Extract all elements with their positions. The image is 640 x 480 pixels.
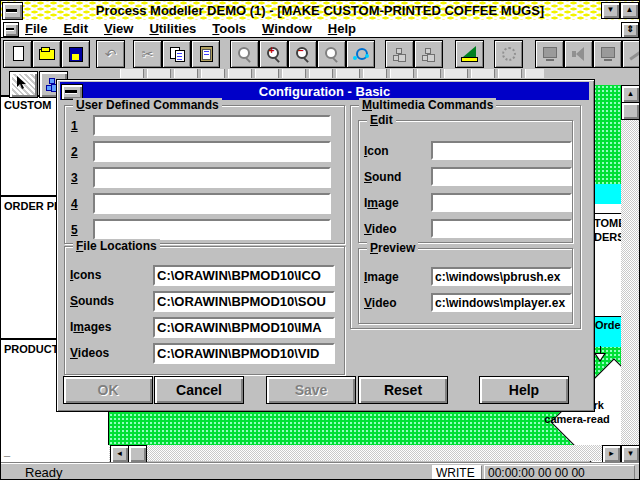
menu-file[interactable]: File xyxy=(25,21,47,36)
pointer-tool-button[interactable] xyxy=(9,71,38,98)
command-5-label: 5 xyxy=(71,223,78,237)
images-path-input[interactable] xyxy=(153,317,335,338)
display-button[interactable] xyxy=(535,40,564,68)
save-dialog-button[interactable]: Save xyxy=(266,376,356,404)
magnifier-icon xyxy=(236,46,254,62)
icons-label: Icons xyxy=(70,268,101,282)
sounds-label: Sounds xyxy=(70,294,114,308)
scroll-right-button[interactable]: ▸ xyxy=(602,445,621,463)
scroll-left-button[interactable]: ◂ xyxy=(110,445,129,463)
child-system-menu-button[interactable] xyxy=(3,22,19,37)
maximize-icon: ▲ xyxy=(626,5,634,14)
scroll-down-button[interactable]: ▾ xyxy=(621,445,640,463)
menu-window[interactable]: Window xyxy=(262,21,312,36)
command-5-input[interactable] xyxy=(93,219,331,240)
command-3-input[interactable] xyxy=(93,167,331,188)
preview-image-input[interactable] xyxy=(431,267,572,286)
lane-label-product: PRODUCT xyxy=(4,343,58,355)
scroll-up-icon: ▴ xyxy=(628,88,633,98)
help-dialog-button[interactable]: Help xyxy=(479,376,569,404)
hierarchy-down-button[interactable] xyxy=(385,40,414,68)
cut-button[interactable]: ✂ xyxy=(133,40,162,68)
order-label: Orde xyxy=(595,319,621,331)
lane-label-order: ORDER PI xyxy=(4,200,57,212)
zoom-out-button[interactable]: − xyxy=(288,40,317,68)
preview-video-input[interactable] xyxy=(431,293,572,312)
videos-path-input[interactable] xyxy=(153,343,335,364)
tools-button[interactable] xyxy=(622,40,640,68)
save-button[interactable] xyxy=(61,40,90,68)
edit-sound-label: Sound xyxy=(364,170,401,184)
restore-icon: ⇕ xyxy=(626,24,634,34)
video-button[interactable] xyxy=(593,40,622,68)
configuration-dialog: Configuration - Basic User Defined Comma… xyxy=(56,79,595,412)
wrench-icon xyxy=(628,46,640,62)
vertical-scrollbar[interactable] xyxy=(621,85,639,462)
reset-button[interactable]: Reset xyxy=(358,376,448,404)
ok-button[interactable]: OK xyxy=(63,376,153,404)
zoom-selection-icon xyxy=(323,46,341,62)
command-2-input[interactable] xyxy=(93,141,331,162)
command-4-label: 4 xyxy=(71,197,78,211)
copy-icon xyxy=(168,46,186,62)
menu-help[interactable]: Help xyxy=(328,21,356,36)
menu-tools[interactable]: Tools xyxy=(212,21,246,36)
cut-scissors-icon: ✂ xyxy=(142,47,154,61)
menu-view[interactable]: View xyxy=(104,21,133,36)
new-button[interactable] xyxy=(3,40,32,68)
edit-image-input[interactable] xyxy=(431,193,572,212)
horizontal-scroll-thumb[interactable] xyxy=(128,445,147,463)
menu-utilities[interactable]: Utilities xyxy=(149,21,196,36)
navigator-button[interactable] xyxy=(346,40,375,68)
open-button[interactable] xyxy=(32,40,61,68)
minimize-button[interactable]: ▼ xyxy=(601,2,620,19)
edit-label: Edit xyxy=(367,113,396,127)
maximize-button[interactable]: ▲ xyxy=(620,2,639,19)
video-monitor-icon xyxy=(599,46,617,62)
command-3-label: 3 xyxy=(71,171,78,185)
user-defined-commands-label: User Defined Commands xyxy=(73,98,222,112)
new-document-icon xyxy=(9,46,27,62)
scroll-up-button[interactable]: ▴ xyxy=(621,85,640,103)
command-2-label: 2 xyxy=(71,145,78,159)
child-system-menu-icon xyxy=(6,28,14,30)
command-1-label: 1 xyxy=(71,119,78,133)
find-button[interactable] xyxy=(230,40,259,68)
scroll-left-icon: ◂ xyxy=(117,448,122,458)
scroll-down-icon: ▾ xyxy=(628,448,633,458)
copy-button[interactable] xyxy=(162,40,191,68)
toolbar: ↶ ✂ + − ? xyxy=(1,38,639,69)
command-1-input[interactable] xyxy=(93,115,331,136)
zoom-in-button[interactable]: + xyxy=(259,40,288,68)
undo-button[interactable]: ↶ xyxy=(96,40,125,68)
child-restore-button[interactable]: ⇕ xyxy=(621,22,639,38)
minimize-icon: ▼ xyxy=(607,5,615,14)
title-bar: Process Modeller DEMO (1) - [MAKE CUSTOM… xyxy=(1,1,639,21)
command-4-input[interactable] xyxy=(93,193,331,214)
scatter-dots-icon xyxy=(500,46,518,62)
edit-video-label: Video xyxy=(364,222,396,236)
edit-image-label: Image xyxy=(364,196,399,210)
cancel-button[interactable]: Cancel xyxy=(154,376,244,404)
zoom-selection-button[interactable] xyxy=(317,40,346,68)
edit-icon-label: Icon xyxy=(364,144,389,158)
pointer-arrow-icon xyxy=(16,76,29,91)
sound-button[interactable] xyxy=(564,40,593,68)
diagram-cyan-band xyxy=(593,184,621,204)
vertical-scroll-thumb[interactable] xyxy=(621,102,640,120)
scatter-button[interactable] xyxy=(494,40,523,68)
hierarchy-up-button[interactable] xyxy=(414,40,443,68)
paste-button[interactable] xyxy=(191,40,220,68)
menu-edit[interactable]: Edit xyxy=(63,21,88,36)
window-title: Process Modeller DEMO (1) - [MAKE CUSTOM… xyxy=(1,3,639,18)
edit-video-input[interactable] xyxy=(431,219,572,238)
horizontal-scrollbar[interactable] xyxy=(109,445,621,461)
preview-video-label: Video xyxy=(364,296,396,310)
preview-group: Preview xyxy=(358,248,573,324)
icons-path-input[interactable] xyxy=(153,265,335,286)
edit-sound-input[interactable] xyxy=(431,167,572,186)
scroll-right-icon: ▸ xyxy=(609,448,614,458)
edit-icon-input[interactable] xyxy=(431,141,572,160)
measure-button[interactable] xyxy=(455,40,484,68)
sounds-path-input[interactable] xyxy=(153,291,335,312)
